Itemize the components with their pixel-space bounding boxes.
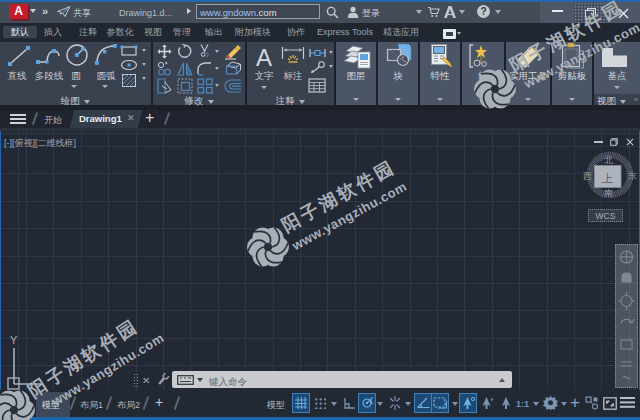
svg-text:上: 上 — [602, 172, 614, 184]
svg-text:Y: Y — [10, 334, 18, 346]
